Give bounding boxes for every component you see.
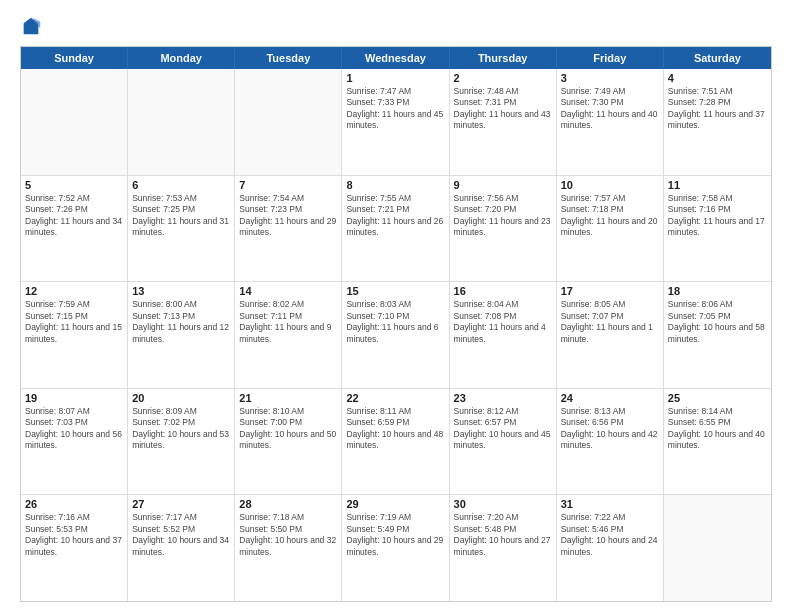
day-number: 27 <box>132 498 230 510</box>
day-number: 31 <box>561 498 659 510</box>
calendar: SundayMondayTuesdayWednesdayThursdayFrid… <box>20 46 772 602</box>
weekday-header-saturday: Saturday <box>664 47 771 69</box>
calendar-day-20: 20Sunrise: 8:09 AM Sunset: 7:02 PM Dayli… <box>128 389 235 495</box>
day-info: Sunrise: 7:22 AM Sunset: 5:46 PM Dayligh… <box>561 512 659 558</box>
calendar-week-5: 26Sunrise: 7:16 AM Sunset: 5:53 PM Dayli… <box>21 495 771 601</box>
day-info: Sunrise: 8:11 AM Sunset: 6:59 PM Dayligh… <box>346 406 444 452</box>
day-info: Sunrise: 8:13 AM Sunset: 6:56 PM Dayligh… <box>561 406 659 452</box>
day-info: Sunrise: 7:49 AM Sunset: 7:30 PM Dayligh… <box>561 86 659 132</box>
weekday-header-wednesday: Wednesday <box>342 47 449 69</box>
day-number: 18 <box>668 285 767 297</box>
calendar-day-11: 11Sunrise: 7:58 AM Sunset: 7:16 PM Dayli… <box>664 176 771 282</box>
calendar-day-28: 28Sunrise: 7:18 AM Sunset: 5:50 PM Dayli… <box>235 495 342 601</box>
day-number: 21 <box>239 392 337 404</box>
calendar-day-3: 3Sunrise: 7:49 AM Sunset: 7:30 PM Daylig… <box>557 69 664 175</box>
day-number: 12 <box>25 285 123 297</box>
calendar-body: 1Sunrise: 7:47 AM Sunset: 7:33 PM Daylig… <box>21 69 771 601</box>
day-info: Sunrise: 7:58 AM Sunset: 7:16 PM Dayligh… <box>668 193 767 239</box>
day-number: 30 <box>454 498 552 510</box>
day-info: Sunrise: 7:52 AM Sunset: 7:26 PM Dayligh… <box>25 193 123 239</box>
calendar-week-3: 12Sunrise: 7:59 AM Sunset: 7:15 PM Dayli… <box>21 282 771 389</box>
weekday-header-friday: Friday <box>557 47 664 69</box>
calendar-day-31: 31Sunrise: 7:22 AM Sunset: 5:46 PM Dayli… <box>557 495 664 601</box>
calendar-day-7: 7Sunrise: 7:54 AM Sunset: 7:23 PM Daylig… <box>235 176 342 282</box>
weekday-header-sunday: Sunday <box>21 47 128 69</box>
day-info: Sunrise: 7:20 AM Sunset: 5:48 PM Dayligh… <box>454 512 552 558</box>
day-info: Sunrise: 7:51 AM Sunset: 7:28 PM Dayligh… <box>668 86 767 132</box>
calendar-day-1: 1Sunrise: 7:47 AM Sunset: 7:33 PM Daylig… <box>342 69 449 175</box>
day-number: 29 <box>346 498 444 510</box>
day-number: 1 <box>346 72 444 84</box>
calendar-day-26: 26Sunrise: 7:16 AM Sunset: 5:53 PM Dayli… <box>21 495 128 601</box>
day-number: 28 <box>239 498 337 510</box>
calendar-day-14: 14Sunrise: 8:02 AM Sunset: 7:11 PM Dayli… <box>235 282 342 388</box>
day-info: Sunrise: 8:00 AM Sunset: 7:13 PM Dayligh… <box>132 299 230 345</box>
calendar-day-30: 30Sunrise: 7:20 AM Sunset: 5:48 PM Dayli… <box>450 495 557 601</box>
day-info: Sunrise: 7:16 AM Sunset: 5:53 PM Dayligh… <box>25 512 123 558</box>
calendar-day-21: 21Sunrise: 8:10 AM Sunset: 7:00 PM Dayli… <box>235 389 342 495</box>
logo <box>20 16 46 38</box>
day-number: 24 <box>561 392 659 404</box>
day-number: 26 <box>25 498 123 510</box>
weekday-header-tuesday: Tuesday <box>235 47 342 69</box>
calendar-day-24: 24Sunrise: 8:13 AM Sunset: 6:56 PM Dayli… <box>557 389 664 495</box>
day-info: Sunrise: 8:10 AM Sunset: 7:00 PM Dayligh… <box>239 406 337 452</box>
day-number: 19 <box>25 392 123 404</box>
day-info: Sunrise: 7:57 AM Sunset: 7:18 PM Dayligh… <box>561 193 659 239</box>
day-number: 10 <box>561 179 659 191</box>
day-number: 15 <box>346 285 444 297</box>
day-info: Sunrise: 7:53 AM Sunset: 7:25 PM Dayligh… <box>132 193 230 239</box>
calendar-day-empty <box>664 495 771 601</box>
day-number: 20 <box>132 392 230 404</box>
calendar-day-17: 17Sunrise: 8:05 AM Sunset: 7:07 PM Dayli… <box>557 282 664 388</box>
calendar-day-5: 5Sunrise: 7:52 AM Sunset: 7:26 PM Daylig… <box>21 176 128 282</box>
calendar-day-9: 9Sunrise: 7:56 AM Sunset: 7:20 PM Daylig… <box>450 176 557 282</box>
calendar-day-12: 12Sunrise: 7:59 AM Sunset: 7:15 PM Dayli… <box>21 282 128 388</box>
day-info: Sunrise: 7:18 AM Sunset: 5:50 PM Dayligh… <box>239 512 337 558</box>
day-info: Sunrise: 7:47 AM Sunset: 7:33 PM Dayligh… <box>346 86 444 132</box>
day-info: Sunrise: 7:17 AM Sunset: 5:52 PM Dayligh… <box>132 512 230 558</box>
calendar-day-18: 18Sunrise: 8:06 AM Sunset: 7:05 PM Dayli… <box>664 282 771 388</box>
day-number: 8 <box>346 179 444 191</box>
calendar-day-29: 29Sunrise: 7:19 AM Sunset: 5:49 PM Dayli… <box>342 495 449 601</box>
header <box>20 16 772 38</box>
calendar-day-23: 23Sunrise: 8:12 AM Sunset: 6:57 PM Dayli… <box>450 389 557 495</box>
day-number: 14 <box>239 285 337 297</box>
day-info: Sunrise: 8:03 AM Sunset: 7:10 PM Dayligh… <box>346 299 444 345</box>
day-info: Sunrise: 7:56 AM Sunset: 7:20 PM Dayligh… <box>454 193 552 239</box>
calendar-day-19: 19Sunrise: 8:07 AM Sunset: 7:03 PM Dayli… <box>21 389 128 495</box>
calendar-week-2: 5Sunrise: 7:52 AM Sunset: 7:26 PM Daylig… <box>21 176 771 283</box>
day-number: 3 <box>561 72 659 84</box>
day-number: 17 <box>561 285 659 297</box>
day-info: Sunrise: 7:55 AM Sunset: 7:21 PM Dayligh… <box>346 193 444 239</box>
calendar-day-13: 13Sunrise: 8:00 AM Sunset: 7:13 PM Dayli… <box>128 282 235 388</box>
day-number: 2 <box>454 72 552 84</box>
day-number: 6 <box>132 179 230 191</box>
calendar-day-empty <box>235 69 342 175</box>
day-number: 16 <box>454 285 552 297</box>
weekday-header-monday: Monday <box>128 47 235 69</box>
day-info: Sunrise: 8:14 AM Sunset: 6:55 PM Dayligh… <box>668 406 767 452</box>
calendar-day-22: 22Sunrise: 8:11 AM Sunset: 6:59 PM Dayli… <box>342 389 449 495</box>
day-number: 11 <box>668 179 767 191</box>
day-info: Sunrise: 8:04 AM Sunset: 7:08 PM Dayligh… <box>454 299 552 345</box>
day-info: Sunrise: 8:12 AM Sunset: 6:57 PM Dayligh… <box>454 406 552 452</box>
calendar-day-16: 16Sunrise: 8:04 AM Sunset: 7:08 PM Dayli… <box>450 282 557 388</box>
day-info: Sunrise: 8:09 AM Sunset: 7:02 PM Dayligh… <box>132 406 230 452</box>
page: SundayMondayTuesdayWednesdayThursdayFrid… <box>0 0 792 612</box>
calendar-week-1: 1Sunrise: 7:47 AM Sunset: 7:33 PM Daylig… <box>21 69 771 176</box>
calendar-day-10: 10Sunrise: 7:57 AM Sunset: 7:18 PM Dayli… <box>557 176 664 282</box>
logo-icon <box>20 16 42 38</box>
calendar-day-2: 2Sunrise: 7:48 AM Sunset: 7:31 PM Daylig… <box>450 69 557 175</box>
day-info: Sunrise: 8:07 AM Sunset: 7:03 PM Dayligh… <box>25 406 123 452</box>
day-info: Sunrise: 8:05 AM Sunset: 7:07 PM Dayligh… <box>561 299 659 345</box>
day-number: 13 <box>132 285 230 297</box>
calendar-day-15: 15Sunrise: 8:03 AM Sunset: 7:10 PM Dayli… <box>342 282 449 388</box>
weekday-header-thursday: Thursday <box>450 47 557 69</box>
day-info: Sunrise: 7:59 AM Sunset: 7:15 PM Dayligh… <box>25 299 123 345</box>
calendar-header-row: SundayMondayTuesdayWednesdayThursdayFrid… <box>21 47 771 69</box>
calendar-day-8: 8Sunrise: 7:55 AM Sunset: 7:21 PM Daylig… <box>342 176 449 282</box>
calendar-day-27: 27Sunrise: 7:17 AM Sunset: 5:52 PM Dayli… <box>128 495 235 601</box>
day-number: 9 <box>454 179 552 191</box>
calendar-week-4: 19Sunrise: 8:07 AM Sunset: 7:03 PM Dayli… <box>21 389 771 496</box>
